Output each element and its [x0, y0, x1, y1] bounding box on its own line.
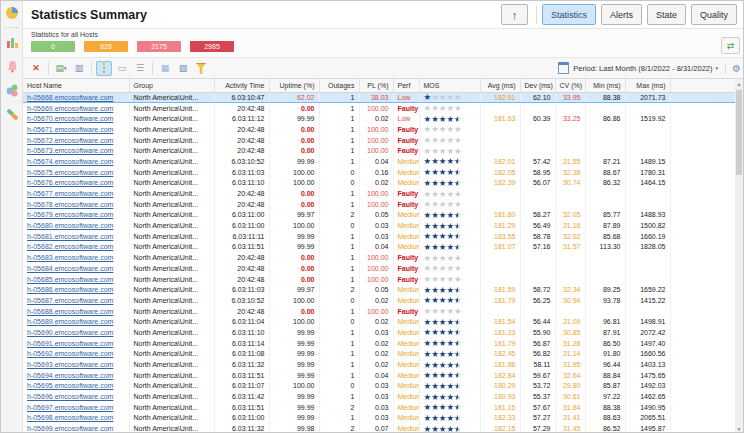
column-header-activity[interactable]: Activity Time	[214, 79, 269, 92]
cell-host[interactable]: h-05678.emcosoftware.com	[23, 199, 129, 210]
cell-host[interactable]: h-05671.emcosoftware.com	[23, 124, 129, 135]
cell-host[interactable]: h-05681.emcosoftware.com	[23, 231, 129, 242]
cell-host[interactable]: h-05683.emcosoftware.com	[23, 252, 129, 263]
cell-host[interactable]: h-05682.emcosoftware.com	[23, 242, 129, 253]
table-row[interactable]: h-05671.emcosoftware.comNorth America\Un…	[23, 124, 737, 135]
customize-icon[interactable]	[1, 102, 23, 126]
rows-compact-icon[interactable]: ▭	[114, 61, 130, 76]
cell-host[interactable]: h-05686.emcosoftware.com	[23, 284, 129, 295]
column-header-outages[interactable]: Outages	[319, 79, 359, 92]
table-row[interactable]: h-05674.emcosoftware.comNorth America\Un…	[23, 156, 737, 167]
cell-host[interactable]: h-05675.emcosoftware.com	[23, 167, 129, 178]
column-header-dev[interactable]: Dev (ms)	[520, 79, 555, 92]
host-link[interactable]: h-05689.emcosoftware.com	[27, 318, 113, 325]
cell-host[interactable]: h-05674.emcosoftware.com	[23, 156, 129, 167]
table-row[interactable]: h-05670.emcosoftware.comNorth America\Un…	[23, 113, 737, 124]
host-link[interactable]: h-05688.emcosoftware.com	[27, 308, 113, 315]
charts-view-icon[interactable]: ●●●	[96, 61, 112, 76]
table-row[interactable]: h-05699.emcosoftware.comNorth America\Un…	[23, 423, 737, 433]
column-header-group[interactable]: Group	[129, 79, 214, 92]
table-row[interactable]: h-05668.emcosoftware.comNorth America\Un…	[23, 92, 737, 103]
column-header-max[interactable]: Max (ms)	[625, 79, 670, 92]
table-row[interactable]: h-05679.emcosoftware.comNorth America\Un…	[23, 210, 737, 221]
column-header-cv[interactable]: CV (%)	[555, 79, 585, 92]
tab-state[interactable]: State	[647, 4, 686, 25]
host-link[interactable]: h-05677.emcosoftware.com	[27, 190, 113, 197]
table-row[interactable]: h-05688.emcosoftware.comNorth America\Un…	[23, 306, 737, 317]
tab-quality[interactable]: Quality	[691, 4, 737, 25]
period-selector[interactable]: Period: Last Month (8/1/2022 - 8/31/2022…	[558, 62, 718, 74]
host-link[interactable]: h-05691.emcosoftware.com	[27, 340, 113, 347]
transfer-refresh-button[interactable]: ⇄	[721, 37, 740, 54]
back-up-button[interactable]: ↑	[501, 4, 528, 25]
host-link[interactable]: h-05693.emcosoftware.com	[27, 361, 113, 368]
cell-host[interactable]: h-05677.emcosoftware.com	[23, 188, 129, 199]
table-row[interactable]: h-05697.emcosoftware.comNorth America\Un…	[23, 402, 737, 413]
scroll-down-arrow-icon[interactable]: ▼	[735, 424, 743, 433]
table-row[interactable]: h-05698.emcosoftware.comNorth America\Un…	[23, 413, 737, 424]
host-link[interactable]: h-05676.emcosoftware.com	[27, 179, 113, 186]
cell-host[interactable]: h-05697.emcosoftware.com	[23, 402, 129, 413]
host-link[interactable]: h-05672.emcosoftware.com	[27, 137, 113, 144]
cell-host[interactable]: h-05692.emcosoftware.com	[23, 349, 129, 360]
alarm-bell-icon[interactable]	[1, 54, 23, 78]
tab-alerts[interactable]: Alerts	[601, 4, 642, 25]
host-link[interactable]: h-05681.emcosoftware.com	[27, 233, 113, 240]
table-row[interactable]: h-05676.emcosoftware.comNorth America\Un…	[23, 178, 737, 189]
column-header-perf[interactable]: Perf	[393, 79, 419, 92]
column-header-host[interactable]: Host Name	[23, 79, 129, 92]
host-link[interactable]: h-05670.emcosoftware.com	[27, 115, 113, 122]
table-row[interactable]: h-05672.emcosoftware.comNorth America\Un…	[23, 135, 737, 146]
cell-host[interactable]: h-05691.emcosoftware.com	[23, 338, 129, 349]
table-row[interactable]: h-05686.emcosoftware.comNorth America\Un…	[23, 284, 737, 295]
cell-host[interactable]: h-05687.emcosoftware.com	[23, 295, 129, 306]
cell-host[interactable]: h-05680.emcosoftware.com	[23, 220, 129, 231]
host-link[interactable]: h-05685.emcosoftware.com	[27, 276, 113, 283]
host-link[interactable]: h-05696.emcosoftware.com	[27, 393, 113, 400]
column-header-avg[interactable]: Avg (ms)	[480, 79, 520, 92]
table-row[interactable]: h-05675.emcosoftware.comNorth America\Un…	[23, 167, 737, 178]
host-link[interactable]: h-05674.emcosoftware.com	[27, 158, 113, 165]
rows-detailed-icon[interactable]: ☰	[132, 61, 148, 76]
column-header-min[interactable]: Min (ms)	[585, 79, 625, 92]
cell-host[interactable]: h-05669.emcosoftware.com	[23, 103, 129, 114]
column-header-pl[interactable]: PL (%)	[359, 79, 393, 92]
table-row[interactable]: h-05685.emcosoftware.comNorth America\Un…	[23, 274, 737, 285]
cell-host[interactable]: h-05696.emcosoftware.com	[23, 391, 129, 402]
cell-host[interactable]: h-05679.emcosoftware.com	[23, 210, 129, 221]
table-row[interactable]: h-05693.emcosoftware.comNorth America\Un…	[23, 359, 737, 370]
cell-host[interactable]: h-05668.emcosoftware.com	[23, 92, 129, 103]
table-row[interactable]: h-05683.emcosoftware.comNorth America\Un…	[23, 252, 737, 263]
host-link[interactable]: h-05671.emcosoftware.com	[27, 126, 113, 133]
host-link[interactable]: h-05699.emcosoftware.com	[27, 425, 113, 432]
table-row[interactable]: h-05684.emcosoftware.comNorth America\Un…	[23, 263, 737, 274]
table-row[interactable]: h-05682.emcosoftware.comNorth America\Un…	[23, 242, 737, 253]
table-row[interactable]: h-05696.emcosoftware.comNorth America\Un…	[23, 391, 737, 402]
table-row[interactable]: h-05677.emcosoftware.comNorth America\Un…	[23, 188, 737, 199]
vertical-scrollbar[interactable]: ▲ ▼	[735, 79, 743, 433]
cell-host[interactable]: h-05693.emcosoftware.com	[23, 359, 129, 370]
host-link[interactable]: h-05695.emcosoftware.com	[27, 382, 113, 389]
pie-chart-icon[interactable]	[1, 1, 23, 25]
column-header-uptime[interactable]: Uptime (%)	[269, 79, 319, 92]
host-link[interactable]: h-05687.emcosoftware.com	[27, 297, 113, 304]
cell-host[interactable]: h-05673.emcosoftware.com	[23, 145, 129, 156]
delete-icon[interactable]: ✕	[28, 61, 44, 76]
filter-icon[interactable]	[193, 61, 209, 76]
host-link[interactable]: h-05690.emcosoftware.com	[27, 329, 113, 336]
tab-statistics[interactable]: Statistics	[542, 4, 596, 25]
cell-host[interactable]: h-05694.emcosoftware.com	[23, 370, 129, 381]
host-link[interactable]: h-05698.emcosoftware.com	[27, 414, 113, 421]
table-row[interactable]: h-05687.emcosoftware.comNorth America\Un…	[23, 295, 737, 306]
cell-host[interactable]: h-05699.emcosoftware.com	[23, 423, 129, 433]
host-link[interactable]: h-05673.emcosoftware.com	[27, 147, 113, 154]
host-link[interactable]: h-05669.emcosoftware.com	[27, 105, 113, 112]
host-link[interactable]: h-05692.emcosoftware.com	[27, 350, 113, 357]
report-icon[interactable]: ▥	[71, 61, 87, 76]
host-link[interactable]: h-05675.emcosoftware.com	[27, 169, 113, 176]
host-link[interactable]: h-05686.emcosoftware.com	[27, 286, 113, 293]
cell-host[interactable]: h-05676.emcosoftware.com	[23, 178, 129, 189]
scrollbar-thumb[interactable]	[736, 90, 742, 175]
host-link[interactable]: h-05680.emcosoftware.com	[27, 222, 113, 229]
grid-view-icon[interactable]: ▧	[175, 61, 191, 76]
